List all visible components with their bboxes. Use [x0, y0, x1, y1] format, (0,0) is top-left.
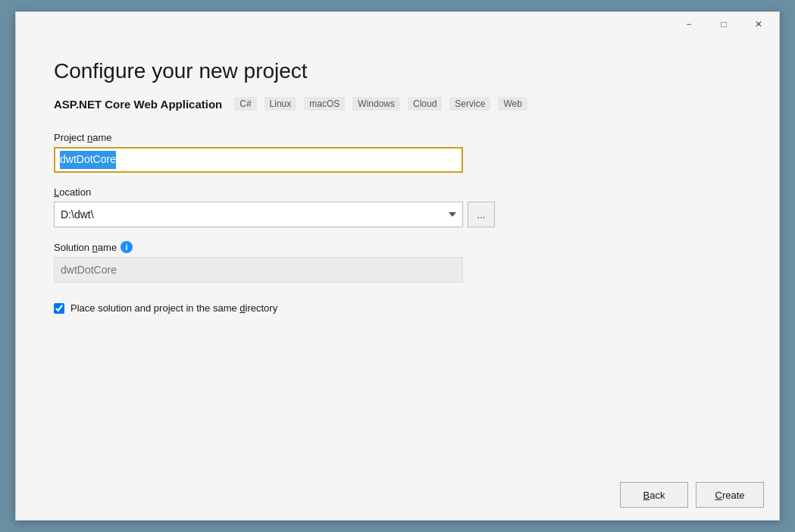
same-directory-checkbox[interactable] [54, 303, 64, 314]
browse-button[interactable]: ... [468, 202, 495, 227]
same-directory-label[interactable]: Place solution and project in the same d… [70, 302, 277, 314]
location-select[interactable]: D:\dwt\ [54, 202, 463, 227]
project-name-input[interactable] [54, 147, 463, 173]
create-label: Create [715, 490, 744, 501]
spacer [54, 314, 741, 447]
tag-csharp: C# [234, 97, 256, 111]
tag-linux: Linux [264, 97, 297, 111]
title-bar: − □ ✕ [16, 12, 779, 36]
minimize-button[interactable]: − [671, 12, 706, 36]
tag-service: Service [449, 97, 490, 111]
location-group: Location D:\dwt\ ... [54, 186, 741, 227]
tag-web: Web [498, 97, 527, 111]
project-name-label-text: Project name [54, 132, 112, 143]
tag-cloud: Cloud [408, 97, 442, 111]
close-button[interactable]: ✕ [741, 12, 776, 36]
project-type-row: ASP.NET Core Web Application C# Linux ma… [54, 97, 741, 111]
create-button[interactable]: Create [696, 482, 764, 508]
location-label-text: Location [54, 186, 91, 198]
main-window: − □ ✕ Configure your new project ASP.NET… [15, 11, 780, 521]
location-label: Location [54, 186, 741, 198]
info-icon[interactable]: i [121, 241, 133, 253]
tag-macos: macOS [304, 97, 345, 111]
tag-windows: Windows [352, 97, 400, 111]
solution-name-label: Solution name i [54, 241, 741, 253]
back-button[interactable]: Back [620, 482, 688, 508]
solution-name-group: Solution name i [54, 241, 741, 283]
project-name-group: Project name dwtDotCore [54, 132, 741, 173]
back-label: Back [643, 490, 665, 501]
project-type-name: ASP.NET Core Web Application [54, 98, 222, 111]
solution-name-input[interactable] [54, 257, 463, 283]
project-name-label: Project name [54, 132, 741, 143]
location-row: D:\dwt\ ... [54, 202, 741, 227]
maximize-button[interactable]: □ [706, 12, 741, 36]
page-title: Configure your new project [54, 59, 741, 83]
footer: Back Create [16, 470, 779, 520]
main-content: Configure your new project ASP.NET Core … [16, 36, 779, 470]
checkbox-row: Place solution and project in the same d… [54, 302, 741, 314]
solution-name-label-text: Solution name [54, 242, 117, 253]
project-name-wrapper: dwtDotCore [54, 147, 463, 173]
